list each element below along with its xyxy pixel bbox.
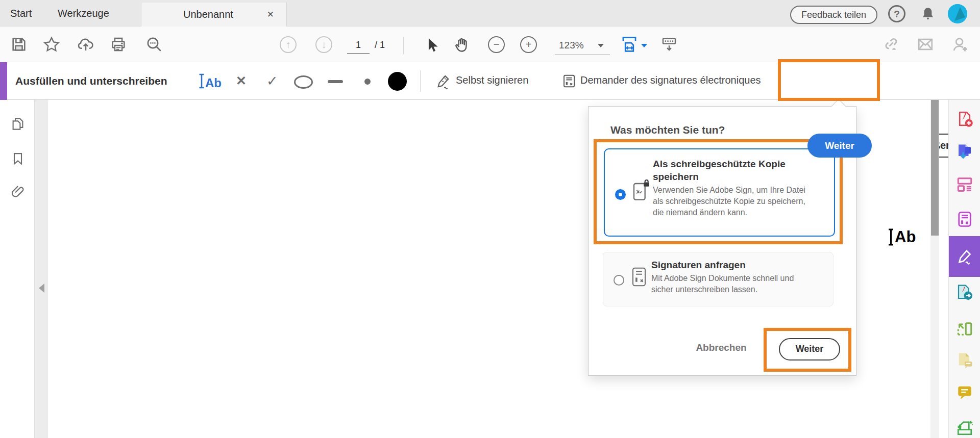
- fill-sign-title: Ausfüllen und unterschreiben: [15, 62, 167, 100]
- zoom-level-value: 123%: [559, 40, 584, 51]
- email-icon[interactable]: [917, 36, 934, 53]
- attachments-icon[interactable]: [10, 185, 26, 200]
- tab-start[interactable]: Start: [10, 0, 32, 27]
- check-annotation-tool[interactable]: ✓: [266, 73, 278, 89]
- line-annotation-tool[interactable]: [328, 80, 343, 83]
- chevron-down-icon: [598, 44, 604, 47]
- divider: [403, 37, 404, 54]
- add-text-tool[interactable]: Ab: [198, 73, 222, 89]
- feedback-button[interactable]: Feedback teilen: [790, 6, 877, 24]
- dot-annotation-tool[interactable]: [364, 79, 371, 85]
- chevron-down-icon[interactable]: [641, 44, 647, 47]
- highlight-box-continue-dialog: [764, 328, 851, 372]
- save-icon[interactable]: [10, 36, 28, 53]
- continue-button-toolbar[interactable]: Weiter: [807, 134, 872, 158]
- request-signatures-icon: [561, 73, 577, 89]
- zoom-out-icon[interactable]: −: [488, 36, 505, 53]
- vertical-scrollbar[interactable]: [930, 100, 939, 438]
- option-description: Mit Adobe Sign Dokumente schnell und sic…: [651, 273, 815, 295]
- previous-page-icon[interactable]: ↑: [280, 36, 297, 53]
- next-page-icon[interactable]: ↓: [315, 36, 332, 53]
- option-request-signatures[interactable]: Signaturen anfragen Mit Adobe Sign Dokum…: [603, 252, 834, 306]
- account-avatar[interactable]: [948, 4, 967, 23]
- page-display-mode-icon[interactable]: [660, 36, 678, 53]
- add-contact-icon[interactable]: [951, 36, 969, 53]
- crop-pages-icon[interactable]: [955, 318, 974, 337]
- highlight-box-continue-toolbar: [778, 59, 880, 101]
- search-icon[interactable]: [145, 36, 163, 53]
- fill-sign-active-tool[interactable]: [949, 236, 980, 277]
- tab-document[interactable]: Unbenannt ✕: [141, 3, 287, 27]
- scrollbar-thumb[interactable]: [931, 100, 939, 236]
- export-pdf-icon[interactable]: [955, 142, 974, 161]
- sign-self-button[interactable]: Selbst signieren: [456, 74, 528, 86]
- fit-width-icon[interactable]: [621, 36, 638, 53]
- notifications-bell-icon[interactable]: [919, 6, 937, 23]
- share-link-icon[interactable]: [883, 36, 900, 53]
- text-cursor-icon: [887, 227, 895, 247]
- ink-color-swatch[interactable]: [388, 72, 407, 91]
- page-number-input[interactable]: 1: [347, 40, 370, 54]
- favorite-star-icon[interactable]: [43, 36, 60, 53]
- right-tools-rail: [948, 100, 980, 438]
- create-pdf-icon[interactable]: [955, 110, 974, 128]
- send-for-review-icon[interactable]: [955, 283, 974, 301]
- request-e-signatures-icon[interactable]: [955, 210, 974, 228]
- cancel-button[interactable]: Abbrechen: [691, 342, 752, 353]
- scan-ocr-icon[interactable]: [955, 419, 974, 437]
- divider: [420, 70, 421, 92]
- document-tab-label: Unbenannt: [183, 3, 233, 27]
- add-text-label: Ab: [205, 77, 222, 89]
- cloud-upload-icon[interactable]: [77, 36, 94, 53]
- bookmarks-icon[interactable]: [11, 151, 25, 166]
- fill-sign-accent-bar: [0, 62, 7, 100]
- comments-icon[interactable]: [955, 383, 974, 401]
- radio-unselected-icon[interactable]: [614, 275, 624, 286]
- hand-tool-icon[interactable]: [453, 36, 471, 53]
- print-icon[interactable]: [110, 36, 127, 53]
- acrobat-window: Start Werkzeuge Unbenannt ✕ Feedback tei…: [0, 0, 980, 438]
- close-tab-icon[interactable]: ✕: [267, 3, 274, 27]
- text-cursor-icon: [198, 73, 205, 89]
- compare-files-icon[interactable]: [955, 351, 974, 369]
- zoom-level-select[interactable]: 123%: [555, 38, 610, 55]
- collapse-panel-icon[interactable]: [39, 284, 44, 293]
- quick-toolbar: ↑ ↓ 1 / 1 − + 123%: [0, 27, 980, 62]
- fill-sign-text-cursor: Ab: [887, 227, 916, 247]
- tab-bar: Start Werkzeuge Unbenannt ✕ Feedback tei…: [0, 0, 980, 27]
- text-cursor-label: Ab: [895, 228, 916, 246]
- request-signatures-button[interactable]: Demander des signatures électroniques: [580, 74, 761, 86]
- zoom-in-icon[interactable]: +: [520, 36, 537, 53]
- sign-pen-icon: [435, 73, 451, 90]
- help-icon[interactable]: ?: [888, 5, 905, 22]
- circle-annotation-tool[interactable]: [294, 75, 313, 89]
- dialog-title: Was möchten Sie tun?: [610, 124, 725, 136]
- page-count-label: / 1: [375, 40, 385, 50]
- page-thumbnails-icon[interactable]: [10, 116, 26, 132]
- signature-document-icon: [630, 266, 648, 288]
- cross-annotation-tool[interactable]: ✕: [236, 73, 247, 88]
- fill-sign-pen-icon: [955, 247, 974, 266]
- tab-werkzeuge[interactable]: Werkzeuge: [58, 0, 109, 27]
- panel-gutter: [35, 100, 48, 438]
- option-title: Signaturen anfragen: [651, 259, 815, 271]
- organize-pages-icon[interactable]: [955, 175, 974, 193]
- select-tool-icon[interactable]: [424, 37, 441, 54]
- highlight-box-option-1: [594, 139, 843, 244]
- left-navigation-rail: [0, 100, 35, 438]
